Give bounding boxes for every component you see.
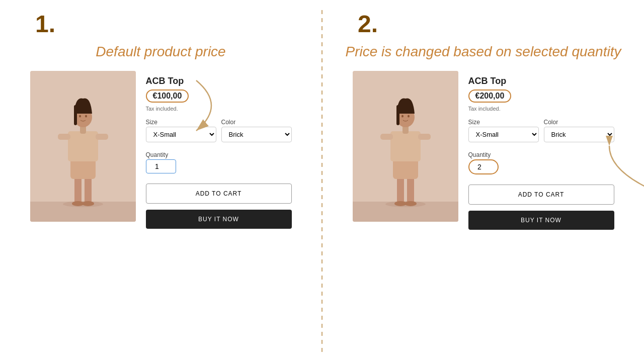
color-select-2[interactable]: Brick White Black	[544, 127, 614, 142]
tax-text-2: Tax included.	[468, 106, 614, 112]
quantity-group-2: Quantity	[468, 147, 614, 174]
model-svg-2	[353, 71, 458, 222]
product-area-2: ACB Top €200,00 Tax included. Size X-Sma…	[338, 71, 629, 230]
svg-rect-31	[396, 105, 399, 125]
panel-1: 1. Default product price	[0, 0, 321, 362]
color-label-1: Color	[221, 119, 292, 126]
product-name-1: ACB Top	[146, 76, 292, 86]
select-row-1: Size X-Small Small Medium Large Color Br…	[146, 115, 292, 142]
svg-rect-5	[85, 176, 92, 204]
svg-rect-25	[393, 159, 418, 179]
buy-now-button-2[interactable]: BUY IT NOW	[468, 211, 614, 230]
quantity-label-1: Quantity	[146, 151, 292, 158]
product-image-2	[353, 71, 458, 222]
buy-now-button-1[interactable]: BUY IT NOW	[146, 210, 292, 229]
product-details-2: ACB Top €200,00 Tax included. Size X-Sma…	[468, 71, 614, 230]
svg-rect-22	[407, 176, 414, 204]
panel-1-title: Default product price	[96, 43, 225, 61]
svg-rect-21	[397, 176, 404, 204]
product-image-1	[30, 71, 136, 222]
color-group-1: Color Brick White Black	[221, 115, 292, 142]
size-label-2: Size	[468, 119, 539, 126]
step-1-number: 1.	[15, 10, 55, 38]
quantity-input-1[interactable]	[146, 159, 176, 173]
step-2-number: 2.	[338, 10, 378, 38]
size-label-1: Size	[146, 119, 216, 126]
svg-point-33	[408, 115, 410, 118]
svg-rect-10	[58, 134, 70, 140]
product-name-2: ACB Top	[468, 76, 614, 86]
size-select-1[interactable]: X-Small Small Medium Large	[146, 127, 216, 142]
size-group-1: Size X-Small Small Medium Large	[146, 115, 216, 142]
add-to-cart-button-2[interactable]: ADD TO CART	[468, 185, 614, 205]
price-badge-1: €100,00	[146, 89, 189, 103]
size-group-2: Size X-Small Small Medium Large	[468, 115, 539, 142]
tax-text-1: Tax included.	[146, 106, 292, 112]
svg-point-16	[85, 115, 87, 118]
quantity-input-2[interactable]	[468, 159, 499, 174]
svg-rect-8	[70, 159, 96, 179]
size-select-2[interactable]: X-Small Small Medium Large	[468, 127, 539, 142]
color-label-2: Color	[544, 119, 614, 126]
svg-rect-9	[68, 131, 98, 161]
panel-2-title: Price is changed based on selected quant…	[346, 43, 621, 61]
svg-rect-28	[418, 134, 431, 140]
product-details-1: ACB Top €100,00 Tax included. Size X-Sma…	[146, 71, 292, 229]
svg-rect-27	[380, 134, 393, 140]
svg-point-32	[401, 115, 404, 118]
panel-2: 2. Price is changed based on selected qu…	[323, 0, 644, 362]
color-select-1[interactable]: Brick White Black	[221, 127, 292, 142]
svg-rect-14	[74, 105, 77, 125]
quantity-label-2: Quantity	[468, 151, 614, 158]
select-row-2: Size X-Small Small Medium Large Color Br…	[468, 115, 614, 142]
svg-rect-26	[390, 131, 421, 161]
quantity-group-1: Quantity	[146, 147, 292, 173]
svg-point-7	[82, 201, 94, 206]
svg-point-24	[405, 201, 417, 206]
svg-rect-11	[96, 134, 108, 140]
price-badge-2: €200,00	[468, 89, 512, 103]
svg-rect-4	[74, 176, 82, 204]
product-area-1: ACB Top €100,00 Tax included. Size X-Sma…	[15, 71, 306, 229]
svg-point-15	[79, 115, 81, 118]
add-to-cart-button-1[interactable]: ADD TO CART	[146, 184, 292, 204]
model-svg-1	[30, 71, 136, 222]
color-group-2: Color Brick White Black	[544, 115, 614, 142]
